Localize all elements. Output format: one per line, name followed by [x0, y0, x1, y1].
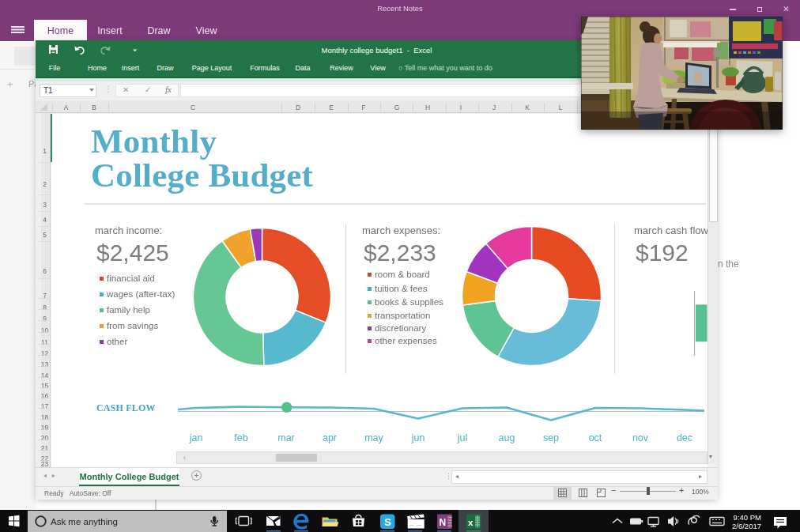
svg-text:x: x [468, 518, 474, 527]
svg-text:9:40 PM: 9:40 PM [734, 513, 761, 522]
svg-text:Ask me anything: Ask me anything [51, 517, 118, 526]
svg-text:S: S [384, 516, 391, 528]
svg-text:N: N [440, 517, 447, 528]
svg-text:2/6/2017: 2/6/2017 [732, 522, 761, 530]
